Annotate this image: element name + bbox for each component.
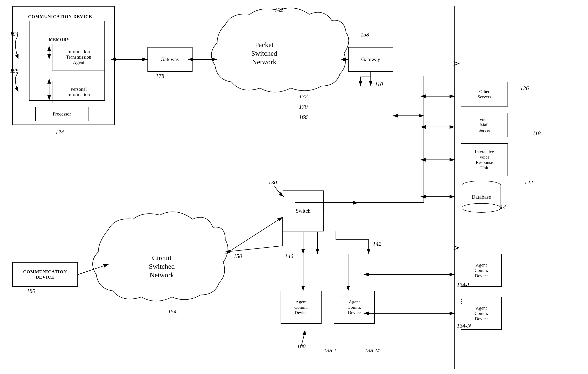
svg-point-70 bbox=[462, 203, 501, 212]
comm-device-label: COMMUNICATION DEVICE bbox=[28, 14, 92, 19]
memory-label: MEMORY bbox=[49, 37, 70, 42]
svg-text:Circuit: Circuit bbox=[152, 254, 172, 261]
switch-label: Switch bbox=[296, 208, 311, 214]
svg-text:150: 150 bbox=[233, 253, 242, 259]
svg-text:142: 142 bbox=[373, 241, 381, 247]
svg-text:122: 122 bbox=[524, 179, 533, 186]
svg-text:154: 154 bbox=[168, 308, 177, 315]
gateway-left-label: Gateway bbox=[161, 56, 179, 62]
agent-comm-4-label: AgentComm.Device bbox=[474, 305, 488, 321]
processor-box-cd: Processor bbox=[35, 107, 88, 121]
svg-text:126: 126 bbox=[520, 85, 529, 91]
memory-outer: MEMORY InformationTransmissionAgent Pers… bbox=[29, 21, 105, 101]
svg-text:138-I: 138-I bbox=[324, 347, 336, 353]
personal-info-label: PersonalInformation bbox=[67, 87, 90, 97]
svg-text:162: 162 bbox=[274, 7, 283, 13]
info-trans-agent-label: InformationTransmissionAgent bbox=[66, 49, 91, 65]
svg-text:Switched: Switched bbox=[149, 263, 175, 270]
svg-text:138-M: 138-M bbox=[365, 347, 380, 353]
svg-text:174: 174 bbox=[55, 129, 64, 135]
comm-device-bottom-label: COMMUNICATIONDEVICE bbox=[23, 269, 67, 280]
agent-comm-2-label: AgentComm.Device bbox=[347, 299, 361, 315]
svg-text:Switched: Switched bbox=[251, 50, 277, 57]
gateway-right-box: Gateway bbox=[348, 47, 393, 72]
comm-device-bottom: COMMUNICATIONDEVICE bbox=[12, 262, 78, 287]
agent-comm-device-3: AgentComm.Device bbox=[461, 254, 502, 287]
svg-line-34 bbox=[225, 246, 283, 252]
svg-text:Packet: Packet bbox=[255, 41, 274, 49]
switch-box: Switch bbox=[283, 190, 324, 231]
personal-info-box: PersonalInformation bbox=[52, 81, 105, 103]
diagram: Packet Switched Network Circuit Switched… bbox=[0, 0, 588, 374]
gateway-left-box: Gateway bbox=[147, 47, 192, 72]
ivr-box: InteracticeVoiceResponseUnit bbox=[461, 143, 508, 176]
svg-text:100: 100 bbox=[297, 343, 305, 349]
comm-device-outer: COMMUNICATION DEVICE MEMORY InformationT… bbox=[12, 6, 115, 125]
svg-text:178: 178 bbox=[156, 73, 164, 79]
agent-comm-device-2: AgentComm.Device bbox=[334, 291, 375, 324]
svg-text:Network: Network bbox=[252, 58, 276, 66]
svg-line-25 bbox=[225, 217, 283, 254]
voice-mail-box: VoiceMailServer bbox=[461, 113, 508, 137]
gateway-right-label: Gateway bbox=[361, 56, 380, 62]
database-svg: Database bbox=[461, 180, 502, 213]
svg-text:158: 158 bbox=[360, 31, 369, 38]
svg-text:130: 130 bbox=[268, 179, 277, 186]
voice-mail-label: VoiceMailServer bbox=[478, 117, 490, 133]
svg-text:Network: Network bbox=[150, 271, 174, 279]
agent-comm-1-label: AgentComm.Device bbox=[294, 299, 308, 315]
other-servers-box: OtherServers bbox=[461, 82, 508, 106]
agent-comm-device-4: AgentComm.Device bbox=[461, 297, 502, 330]
ivr-label: InteracticeVoiceResponseUnit bbox=[475, 149, 494, 170]
svg-text:Database: Database bbox=[472, 194, 491, 200]
info-trans-agent-box: InformationTransmissionAgent bbox=[52, 44, 105, 71]
other-servers-label: OtherServers bbox=[478, 89, 491, 100]
processor-cd-label: Processor bbox=[53, 111, 71, 117]
agent-comm-3-label: AgentComm.Device bbox=[474, 262, 488, 278]
svg-text:146: 146 bbox=[285, 253, 293, 259]
svg-text:118: 118 bbox=[533, 130, 541, 136]
server-outer: Server Memory InformationProcessingAgent… bbox=[295, 76, 424, 203]
agent-comm-device-1: AgentComm.Device bbox=[281, 291, 322, 324]
svg-text:180: 180 bbox=[27, 288, 35, 294]
svg-line-26 bbox=[78, 264, 109, 274]
